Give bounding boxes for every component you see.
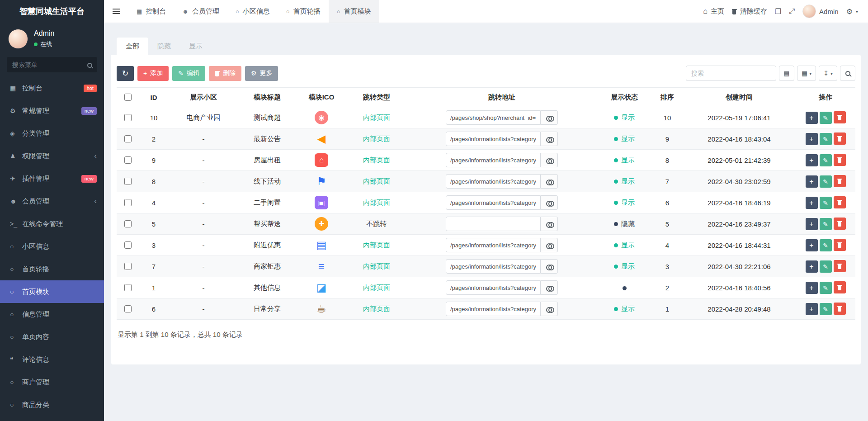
row-checkbox[interactable]: [124, 178, 132, 185]
row-add-button[interactable]: +: [806, 197, 818, 209]
settings-button[interactable]: ⚙ ▾: [846, 7, 858, 16]
export-button[interactable]: ↧ ▾: [819, 66, 837, 81]
row-delete-button[interactable]: [834, 111, 846, 123]
url-input[interactable]: [446, 302, 541, 316]
row-delete-button[interactable]: [834, 196, 846, 208]
row-checkbox[interactable]: [124, 135, 132, 142]
row-delete-button[interactable]: [834, 281, 846, 293]
row-add-button[interactable]: +: [806, 175, 818, 188]
sidebar-item-1[interactable]: ⚙常规管理new: [0, 99, 104, 122]
row-edit-button[interactable]: ✎: [820, 112, 832, 124]
url-input[interactable]: [446, 195, 541, 210]
row-delete-button[interactable]: [834, 154, 846, 166]
sidebar-item-13[interactable]: ○商户管理: [0, 371, 104, 393]
topbar-tab-3[interactable]: ○首页轮播: [278, 0, 329, 23]
row-add-button[interactable]: +: [806, 282, 818, 294]
row-add-button[interactable]: +: [806, 260, 818, 273]
row-edit-button[interactable]: ✎: [820, 282, 832, 294]
url-link-button[interactable]: [541, 153, 558, 167]
row-checkbox[interactable]: [124, 156, 132, 164]
sidebar-item-9[interactable]: ○首页模块: [0, 280, 104, 303]
sidebar-item-0[interactable]: ▦控制台hot: [0, 77, 104, 99]
row-checkbox[interactable]: [124, 241, 132, 249]
url-link-button[interactable]: [541, 195, 558, 210]
sidebar-item-8[interactable]: ○首页轮播: [0, 258, 104, 280]
row-edit-button[interactable]: ✎: [820, 175, 832, 188]
more-button[interactable]: ⚙ 更多: [245, 66, 278, 81]
edit-button[interactable]: ✎ 编辑: [172, 66, 205, 81]
sidebar-item-14[interactable]: ○商品分类: [0, 393, 104, 416]
select-all-checkbox[interactable]: [124, 94, 132, 101]
row-add-button[interactable]: +: [806, 303, 818, 315]
url-input[interactable]: [446, 153, 541, 167]
url-link-button[interactable]: [541, 110, 558, 125]
url-input[interactable]: [446, 174, 541, 189]
row-add-button[interactable]: +: [806, 154, 818, 166]
topbar-tab-1[interactable]: ☻会员管理: [174, 0, 227, 23]
sidebar-item-2[interactable]: ◈分类管理: [0, 122, 104, 145]
url-input[interactable]: [446, 238, 541, 252]
row-edit-button[interactable]: ✎: [820, 133, 832, 145]
filter-tab-2[interactable]: 显示: [180, 38, 212, 55]
user-menu[interactable]: Admin: [802, 5, 839, 18]
refresh-button[interactable]: ↻: [117, 66, 134, 81]
row-checkbox[interactable]: [124, 284, 132, 291]
row-delete-button[interactable]: [834, 132, 846, 145]
delete-button[interactable]: 删除: [209, 66, 241, 81]
filter-tab-1[interactable]: 隐藏: [148, 38, 180, 55]
row-delete-button[interactable]: [834, 239, 846, 251]
url-link-button[interactable]: [541, 217, 558, 231]
row-delete-button[interactable]: [834, 260, 846, 272]
url-input[interactable]: [446, 259, 541, 274]
filter-tab-0[interactable]: 全部: [117, 38, 148, 55]
sidebar-item-11[interactable]: ○单页内容: [0, 326, 104, 348]
url-input[interactable]: [446, 110, 541, 125]
clear-cache-button[interactable]: 清除缓存: [732, 7, 767, 16]
url-input[interactable]: [446, 217, 541, 231]
menu-toggle-button[interactable]: [104, 0, 128, 23]
row-edit-button[interactable]: ✎: [820, 218, 832, 230]
sidebar-item-7[interactable]: ○小区信息: [0, 235, 104, 258]
row-delete-button[interactable]: [834, 303, 846, 315]
search-toggle-button[interactable]: [840, 66, 855, 81]
row-add-button[interactable]: +: [806, 239, 818, 251]
fullscreen-button[interactable]: ⤢: [789, 7, 795, 15]
row-add-button[interactable]: +: [806, 218, 818, 230]
row-checkbox[interactable]: [124, 220, 132, 227]
url-link-button[interactable]: [541, 174, 558, 189]
row-edit-button[interactable]: ✎: [820, 197, 832, 209]
sidebar-item-3[interactable]: ♟权限管理‹: [0, 145, 104, 167]
detail-view-button[interactable]: ▤: [779, 66, 794, 81]
row-checkbox[interactable]: [124, 114, 132, 121]
add-button[interactable]: + 添加: [137, 66, 169, 81]
topbar-tab-2[interactable]: ○小区信息: [227, 0, 278, 23]
row-edit-button[interactable]: ✎: [820, 260, 832, 273]
sidebar-item-4[interactable]: ✈插件管理new: [0, 167, 104, 190]
window-button[interactable]: ❐: [775, 7, 781, 16]
sidebar-item-6[interactable]: >_在线命令管理: [0, 213, 104, 235]
row-checkbox[interactable]: [124, 263, 132, 270]
row-edit-button[interactable]: ✎: [820, 239, 832, 251]
url-link-button[interactable]: [541, 132, 558, 146]
menu-search-input[interactable]: [7, 57, 97, 72]
row-checkbox[interactable]: [124, 305, 132, 312]
row-edit-button[interactable]: ✎: [820, 154, 832, 166]
url-link-button[interactable]: [541, 302, 558, 316]
row-add-button[interactable]: +: [806, 133, 818, 145]
url-link-button[interactable]: [541, 238, 558, 252]
url-link-button[interactable]: [541, 280, 558, 295]
sidebar-item-12[interactable]: ❝评论信息: [0, 348, 104, 371]
sidebar-item-10[interactable]: ○信息管理: [0, 303, 104, 326]
topbar-tab-4[interactable]: ○首页模块: [329, 0, 379, 23]
url-input[interactable]: [446, 280, 541, 295]
url-input[interactable]: [446, 132, 541, 146]
row-checkbox[interactable]: [124, 199, 132, 206]
sidebar-item-5[interactable]: ☻会员管理‹: [0, 190, 104, 213]
table-search-input[interactable]: [686, 66, 776, 81]
row-delete-button[interactable]: [834, 175, 846, 187]
columns-button[interactable]: ▦ ▾: [797, 66, 816, 81]
home-link[interactable]: ⌂ 主页: [703, 7, 724, 16]
topbar-tab-0[interactable]: ▦控制台: [128, 0, 174, 23]
row-delete-button[interactable]: [834, 218, 846, 230]
row-edit-button[interactable]: ✎: [820, 303, 832, 315]
